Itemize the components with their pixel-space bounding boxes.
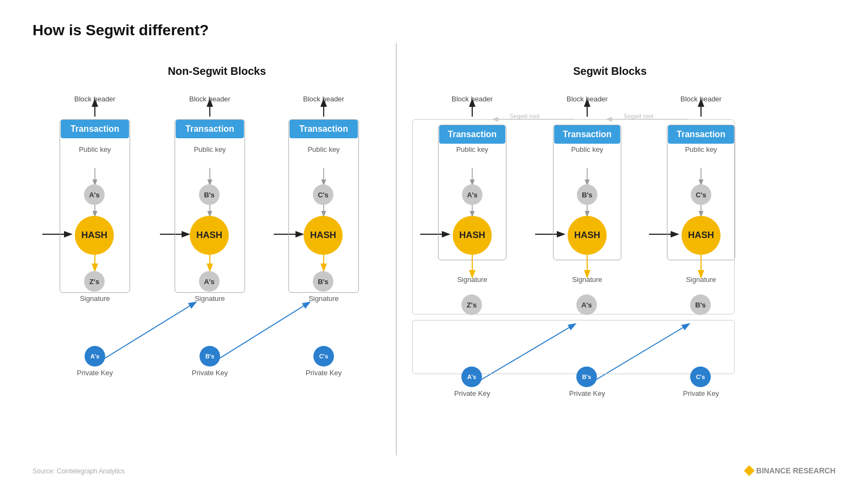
non-segwit-tx-2: Transaction — [176, 120, 244, 138]
segwit-privkey-label-1: Private Key — [442, 389, 503, 397]
segwit-privkey-circle-1: A's — [461, 367, 482, 387]
segwit-sig-label-3: Signature — [671, 275, 731, 284]
non-segwit-pubkey-circle-1: A's — [84, 184, 105, 205]
non-segwit-block-header-2: Block header — [180, 95, 240, 103]
non-segwit-tx-1: Transaction — [61, 120, 129, 138]
non-segwit-pubkey-label-2: Public key — [180, 145, 240, 153]
segwit-hash-2: HASH — [568, 216, 607, 255]
non-segwit-sig-circle-1: Z's — [84, 271, 105, 292]
segwit-pubkey-circle-2: B's — [577, 184, 597, 205]
segwit-pubkey-label-1: Public key — [442, 145, 503, 153]
segwit-sig-circle-3: B's — [690, 294, 711, 315]
non-segwit-privkey-circle-1: A's — [85, 346, 105, 367]
segwit-title: Segwit Blocks — [488, 65, 732, 78]
non-segwit-pubkey-circle-3: C's — [313, 184, 333, 205]
segwit-block-header-2: Block header — [557, 95, 618, 103]
non-segwit-privkey-label-2: Private Key — [180, 369, 240, 377]
non-segwit-title: Non-Segwit Blocks — [81, 65, 352, 78]
segwit-root-label-1: Segwit root — [510, 113, 539, 119]
segwit-tx-1: Transaction — [439, 125, 505, 144]
non-segwit-sig-circle-3: B's — [313, 271, 333, 292]
non-segwit-pubkey-circle-2: B's — [199, 184, 220, 205]
page-title: How is Segwit different? — [33, 22, 209, 39]
segwit-tx-3: Transaction — [668, 125, 734, 144]
segwit-pubkey-circle-1: A's — [462, 184, 483, 205]
segwit-hash-1: HASH — [453, 216, 492, 255]
center-divider — [396, 43, 397, 455]
svg-line-15 — [95, 303, 195, 364]
segwit-privkey-circle-3: C's — [690, 367, 711, 387]
non-segwit-pubkey-label-3: Public key — [294, 145, 353, 153]
non-segwit-privkey-label-1: Private Key — [65, 369, 125, 377]
segwit-pubkey-circle-3: C's — [691, 184, 711, 205]
non-segwit-sig-label-2: Signature — [180, 294, 240, 303]
segwit-privkey-circle-2: B's — [576, 367, 597, 387]
non-segwit-pubkey-label-1: Public key — [65, 145, 125, 153]
segwit-privkey-label-3: Private Key — [671, 389, 731, 397]
non-segwit-privkey-circle-2: B's — [200, 346, 220, 367]
non-segwit-sig-label-1: Signature — [65, 294, 125, 303]
brand-text: BINANCE RESEARCH — [756, 466, 835, 475]
non-segwit-privkey-circle-3: C's — [313, 346, 334, 367]
svg-line-16 — [210, 303, 309, 364]
non-segwit-hash-3: HASH — [304, 216, 343, 255]
segwit-hash-3: HASH — [681, 216, 721, 255]
segwit-block-header-1: Block header — [442, 95, 503, 103]
segwit-tx-2: Transaction — [554, 125, 620, 144]
segwit-sig-circle-1: Z's — [461, 294, 482, 315]
non-segwit-hash-2: HASH — [190, 216, 229, 255]
segwit-privkey-label-2: Private Key — [557, 389, 618, 397]
non-segwit-sig-circle-2: A's — [199, 271, 220, 292]
segwit-sig-label-1: Signature — [442, 275, 503, 284]
segwit-sig-label-2: Signature — [557, 275, 618, 284]
segwit-sig-circle-2: A's — [576, 294, 597, 315]
segwit-block-header-3: Block header — [671, 95, 731, 103]
non-segwit-hash-1: HASH — [75, 216, 114, 255]
brand-diamond-icon — [744, 465, 755, 476]
non-segwit-privkey-label-3: Private Key — [294, 369, 353, 377]
segwit-pubkey-label-3: Public key — [671, 145, 731, 153]
non-segwit-block-header-3: Block header — [294, 95, 353, 103]
segwit-root-label-2: Segwit root — [623, 113, 653, 119]
source-label: Source: Cointelegraph Analytics — [33, 467, 125, 475]
non-segwit-sig-label-3: Signature — [294, 294, 353, 303]
non-segwit-tx-3: Transaction — [290, 120, 358, 138]
brand-label: BINANCE RESEARCH — [745, 466, 835, 475]
segwit-signature-container — [412, 320, 735, 374]
segwit-pubkey-label-2: Public key — [557, 145, 618, 153]
non-segwit-block-header-1: Block header — [65, 95, 125, 103]
